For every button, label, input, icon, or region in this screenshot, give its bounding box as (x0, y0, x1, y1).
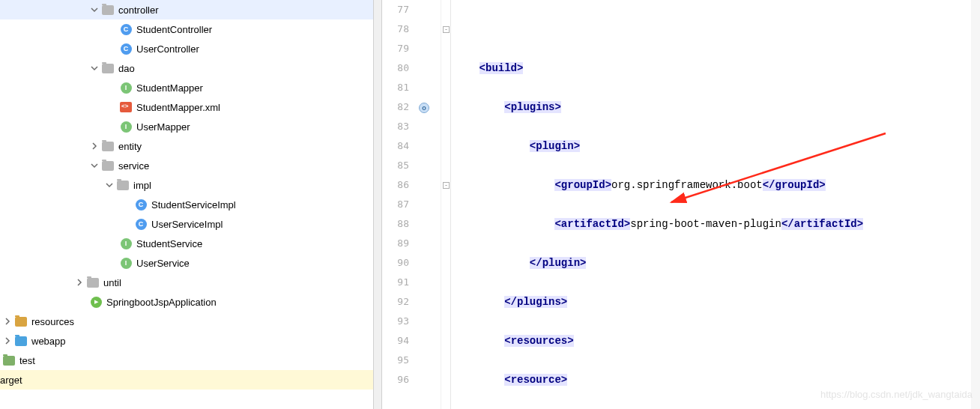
class-icon: C (120, 23, 132, 35)
tree-node-until[interactable]: until (0, 273, 373, 292)
tree-node-file[interactable]: I StudentMapper (0, 78, 373, 97)
tree-node-file[interactable]: I UserService (0, 253, 373, 273)
tree-label: UserServiceImpl (151, 219, 223, 230)
tree-node-dao[interactable]: dao (0, 58, 373, 78)
chevron-right-icon (3, 336, 12, 345)
project-tree[interactable]: controller C StudentController C UserCon… (0, 0, 373, 409)
resources-folder-icon (15, 315, 27, 327)
run-app-icon (90, 296, 102, 308)
tree-label: until (103, 277, 121, 288)
class-icon: C (135, 218, 147, 230)
chevron-right-icon (90, 142, 99, 151)
tree-label: service (118, 160, 149, 172)
interface-icon: I (120, 257, 132, 269)
xml-file-icon (120, 101, 132, 113)
tree-label: StudentService (136, 238, 202, 249)
line-number-gutter: 777879 808182 838485 868788 899091 92939… (382, 0, 417, 409)
tree-node-impl[interactable]: impl (0, 175, 373, 195)
folder-icon (102, 140, 114, 152)
editor-scrollbar[interactable] (971, 0, 980, 409)
tree-node-resources[interactable]: resources (0, 312, 373, 331)
tree-node-target[interactable]: arget (0, 370, 373, 390)
tree-node-service[interactable]: service (0, 156, 373, 175)
class-icon: C (120, 43, 132, 55)
chevron-down-icon (90, 161, 99, 170)
tree-label: controller (118, 4, 158, 16)
tree-node-test[interactable]: test (0, 351, 373, 370)
tree-node-file[interactable]: C UserController (0, 39, 373, 58)
folder-icon (102, 160, 114, 172)
chevron-right-icon (75, 278, 84, 287)
chevron-down-icon (105, 181, 114, 190)
tree-node-file[interactable]: I UserMapper (0, 117, 373, 136)
fold-handle-icon[interactable]: - (443, 182, 450, 189)
tree-label: resources (31, 316, 74, 327)
watermark-text: https://blog.csdn.net/jdk_wangtaida (820, 389, 973, 400)
gutter-marks (417, 0, 441, 409)
code-area[interactable]: <build> <plugins> <plugin> <groupId>org.… (451, 0, 980, 409)
tree-node-file[interactable]: StudentMapper.xml (0, 97, 373, 117)
panel-divider[interactable] (373, 0, 382, 409)
override-gutter-icon[interactable] (419, 103, 429, 113)
tree-label: UserMapper (136, 121, 190, 133)
folder-icon (87, 276, 99, 288)
tree-label: webapp (31, 336, 66, 347)
folder-icon (117, 179, 129, 191)
tree-label: StudentMapper.xml (136, 102, 220, 113)
tree-node-file[interactable]: C UserServiceImpl (0, 214, 373, 234)
code-editor[interactable]: 777879 808182 838485 868788 899091 92939… (382, 0, 980, 409)
tree-node-entity[interactable]: entity (0, 136, 373, 156)
test-folder-icon (3, 354, 15, 366)
folder-icon (102, 62, 114, 74)
tree-label: arget (0, 375, 22, 386)
web-folder-icon (15, 335, 27, 347)
interface-icon: I (120, 121, 132, 133)
tree-label: UserController (136, 43, 199, 55)
fold-gutter[interactable]: - - (441, 0, 451, 409)
tree-node-file[interactable]: C StudentController (0, 19, 373, 39)
tree-label: dao (118, 63, 135, 74)
tree-node-file[interactable]: SpringbootJspApplication (0, 292, 373, 312)
tree-node-file[interactable]: C StudentServiceImpl (0, 195, 373, 214)
chevron-down-icon (90, 5, 99, 14)
fold-handle-icon[interactable]: - (443, 26, 450, 33)
chevron-down-icon (90, 64, 99, 73)
tree-label: SpringbootJspApplication (106, 297, 217, 308)
tree-node-webapp[interactable]: webapp (0, 331, 373, 351)
interface-icon: I (120, 237, 132, 249)
tree-label: StudentMapper (136, 82, 203, 94)
tree-label: StudentServiceImpl (151, 199, 236, 210)
chevron-right-icon (3, 317, 12, 326)
interface-icon: I (120, 82, 132, 94)
tree-label: entity (118, 141, 142, 152)
folder-icon (102, 4, 114, 16)
tree-label: StudentController (136, 24, 212, 35)
class-icon: C (135, 199, 147, 210)
tree-label: test (19, 355, 35, 366)
tree-label: UserService (136, 258, 190, 269)
tree-node-controller[interactable]: controller (0, 0, 373, 19)
tree-node-file[interactable]: I StudentService (0, 234, 373, 253)
tree-label: impl (133, 180, 151, 191)
